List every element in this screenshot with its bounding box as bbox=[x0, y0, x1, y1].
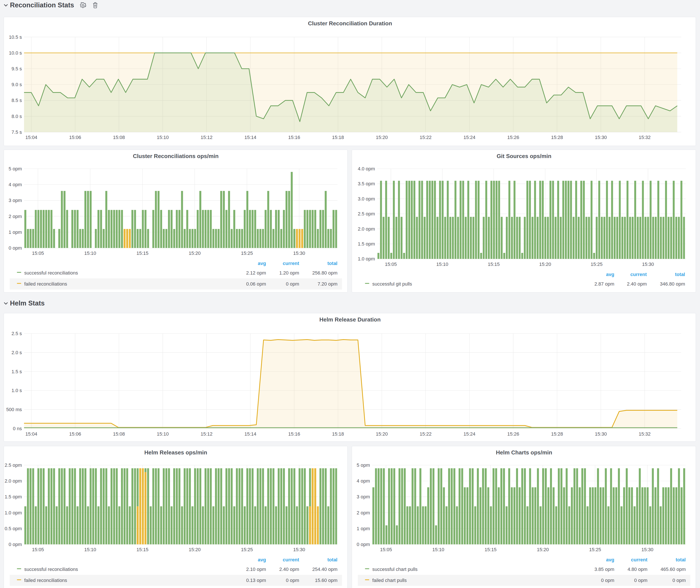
svg-text:15:20: 15:20 bbox=[539, 262, 551, 267]
svg-text:15:15: 15:15 bbox=[137, 250, 148, 256]
svg-text:3 opm: 3 opm bbox=[357, 494, 370, 499]
svg-text:15:28: 15:28 bbox=[551, 431, 563, 437]
svg-text:2.40 opm: 2.40 opm bbox=[279, 567, 299, 572]
svg-text:15:05: 15:05 bbox=[32, 547, 44, 552]
svg-text:15:16: 15:16 bbox=[288, 431, 300, 437]
svg-text:failed reconciliations: failed reconciliations bbox=[24, 281, 67, 287]
svg-text:15:30: 15:30 bbox=[293, 250, 305, 256]
svg-text:15:05: 15:05 bbox=[385, 262, 397, 267]
svg-text:Cluster Reconciliations ops/mi: Cluster Reconciliations ops/min bbox=[133, 153, 219, 159]
svg-text:15:22: 15:22 bbox=[420, 135, 432, 140]
svg-text:15:25: 15:25 bbox=[241, 547, 253, 552]
svg-text:1 opm: 1 opm bbox=[9, 229, 22, 235]
svg-text:1.0 opm: 1.0 opm bbox=[5, 510, 22, 515]
svg-text:15:15: 15:15 bbox=[485, 547, 497, 552]
svg-text:1.0 s: 1.0 s bbox=[11, 388, 22, 393]
svg-text:2.0 opm: 2.0 opm bbox=[5, 478, 22, 484]
svg-text:5 opm: 5 opm bbox=[357, 462, 370, 468]
svg-text:15:10: 15:10 bbox=[432, 547, 444, 552]
svg-text:failed chart pulls: failed chart pulls bbox=[372, 578, 407, 583]
svg-text:current: current bbox=[283, 261, 299, 266]
svg-text:total: total bbox=[327, 557, 337, 562]
svg-text:15:26: 15:26 bbox=[507, 431, 519, 437]
svg-text:15:10: 15:10 bbox=[84, 250, 96, 256]
svg-text:Cluster Reconciliation Duratio: Cluster Reconciliation Duration bbox=[308, 20, 392, 27]
svg-text:avg: avg bbox=[606, 557, 614, 562]
svg-text:15:05: 15:05 bbox=[32, 250, 44, 256]
svg-text:successful reconciliations: successful reconciliations bbox=[24, 270, 78, 276]
svg-text:failed reconciliations: failed reconciliations bbox=[24, 578, 67, 583]
svg-text:15:04: 15:04 bbox=[25, 135, 37, 140]
svg-text:2.10 opm: 2.10 opm bbox=[246, 567, 266, 572]
svg-text:2.5 opm: 2.5 opm bbox=[358, 211, 375, 216]
svg-text:500 ms: 500 ms bbox=[6, 407, 22, 412]
svg-text:Git Sources ops/min: Git Sources ops/min bbox=[497, 153, 552, 159]
svg-text:15:14: 15:14 bbox=[244, 135, 256, 140]
svg-text:15:26: 15:26 bbox=[507, 135, 519, 140]
svg-text:4 opm: 4 opm bbox=[9, 182, 22, 187]
svg-text:15:16: 15:16 bbox=[288, 135, 300, 140]
svg-text:avg: avg bbox=[258, 557, 266, 562]
svg-text:1 opm: 1 opm bbox=[357, 526, 370, 531]
svg-text:successful reconciliations: successful reconciliations bbox=[24, 567, 78, 572]
svg-text:15:25: 15:25 bbox=[241, 250, 253, 256]
svg-text:2.5 s: 2.5 s bbox=[11, 331, 22, 336]
svg-text:2.5 opm: 2.5 opm bbox=[5, 462, 22, 468]
svg-text:0 ns: 0 ns bbox=[13, 426, 22, 431]
svg-text:9.5 s: 9.5 s bbox=[11, 66, 22, 71]
svg-text:15:28: 15:28 bbox=[551, 135, 563, 140]
svg-text:1.5 s: 1.5 s bbox=[11, 369, 22, 374]
svg-text:15:06: 15:06 bbox=[69, 431, 81, 437]
svg-text:15:20: 15:20 bbox=[376, 135, 388, 140]
svg-text:15:15: 15:15 bbox=[488, 262, 500, 267]
svg-text:15:22: 15:22 bbox=[420, 431, 432, 437]
svg-text:15:24: 15:24 bbox=[463, 431, 475, 437]
svg-text:15:10: 15:10 bbox=[84, 547, 96, 552]
svg-text:15:32: 15:32 bbox=[639, 135, 651, 140]
svg-text:15:20: 15:20 bbox=[537, 547, 549, 552]
svg-text:15:30: 15:30 bbox=[595, 431, 607, 437]
svg-text:0 opm: 0 opm bbox=[673, 578, 686, 583]
svg-text:Helm Release Duration: Helm Release Duration bbox=[319, 316, 381, 323]
svg-text:1.20 opm: 1.20 opm bbox=[279, 270, 299, 276]
svg-text:15:12: 15:12 bbox=[201, 431, 213, 437]
svg-text:total: total bbox=[675, 272, 685, 277]
svg-text:0 opm: 0 opm bbox=[601, 578, 614, 583]
svg-text:Helm Charts ops/min: Helm Charts ops/min bbox=[496, 449, 552, 456]
svg-text:2.0 s: 2.0 s bbox=[11, 350, 22, 355]
svg-text:2.87 opm: 2.87 opm bbox=[594, 281, 614, 287]
svg-text:0 opm: 0 opm bbox=[634, 578, 647, 583]
svg-text:0.5 opm: 0.5 opm bbox=[5, 526, 22, 531]
svg-text:0 opm: 0 opm bbox=[357, 542, 370, 547]
svg-text:0 opm: 0 opm bbox=[9, 245, 22, 251]
svg-text:15:25: 15:25 bbox=[589, 547, 601, 552]
svg-text:15:15: 15:15 bbox=[137, 547, 148, 552]
svg-text:3 opm: 3 opm bbox=[9, 198, 22, 203]
svg-text:15:20: 15:20 bbox=[189, 547, 201, 552]
svg-text:15:10: 15:10 bbox=[436, 262, 448, 267]
svg-text:8.5 s: 8.5 s bbox=[11, 98, 22, 103]
svg-text:0 opm: 0 opm bbox=[286, 578, 299, 583]
svg-text:15:18: 15:18 bbox=[332, 135, 344, 140]
svg-text:15:08: 15:08 bbox=[113, 431, 125, 437]
svg-text:avg: avg bbox=[606, 272, 614, 277]
svg-text:0.06 opm: 0.06 opm bbox=[246, 281, 266, 287]
svg-text:Helm Releases ops/min: Helm Releases ops/min bbox=[144, 449, 207, 456]
svg-text:15:04: 15:04 bbox=[25, 431, 37, 437]
svg-text:7.20 opm: 7.20 opm bbox=[318, 281, 337, 287]
svg-text:2.40 opm: 2.40 opm bbox=[627, 281, 647, 287]
svg-text:15:05: 15:05 bbox=[380, 547, 392, 552]
svg-text:7.5 s: 7.5 s bbox=[11, 129, 22, 135]
svg-text:15:18: 15:18 bbox=[332, 431, 344, 437]
svg-text:15:30: 15:30 bbox=[595, 135, 607, 140]
svg-text:15:25: 15:25 bbox=[591, 262, 603, 267]
svg-text:2 opm: 2 opm bbox=[9, 214, 22, 219]
svg-text:4.80 opm: 4.80 opm bbox=[627, 567, 647, 572]
svg-text:15:30: 15:30 bbox=[293, 547, 305, 552]
svg-text:8.0 s: 8.0 s bbox=[11, 114, 22, 119]
svg-text:9.0 s: 9.0 s bbox=[11, 82, 22, 87]
svg-text:15:20: 15:20 bbox=[189, 250, 201, 256]
svg-text:15.60 opm: 15.60 opm bbox=[315, 578, 337, 583]
svg-text:15:30: 15:30 bbox=[641, 547, 653, 552]
svg-text:15:10: 15:10 bbox=[157, 431, 169, 437]
